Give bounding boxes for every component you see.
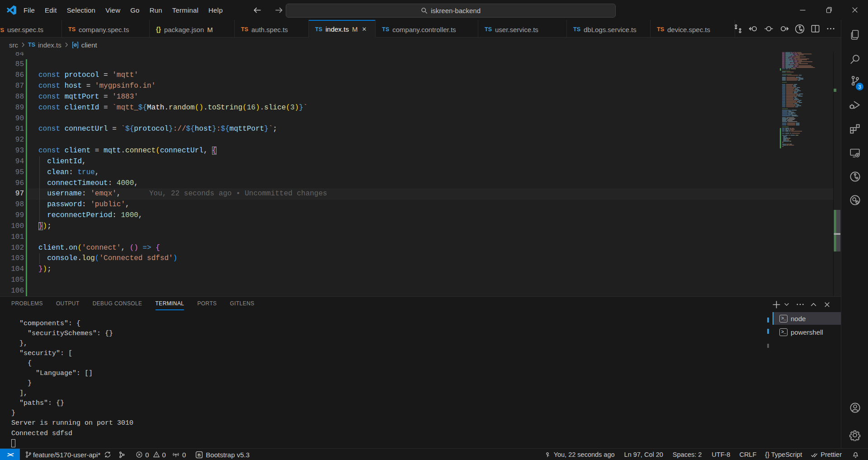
svg-text:B: B (198, 452, 201, 457)
